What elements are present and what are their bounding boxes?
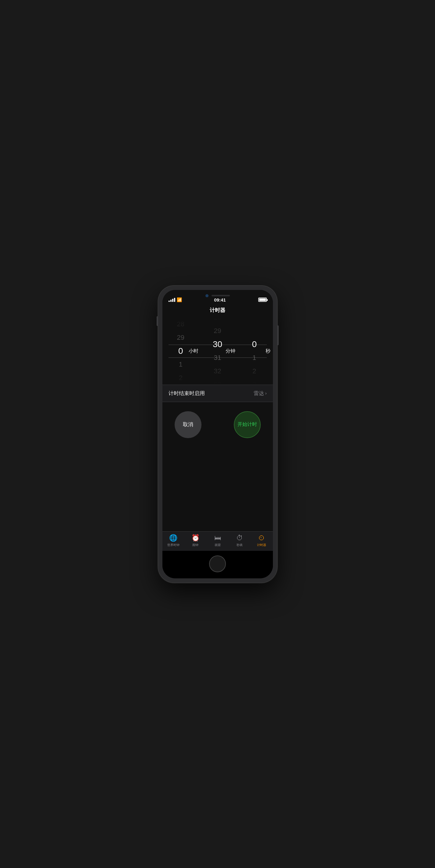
screen-content: 27 28 29 0 1 2 3 小时 28 [162, 317, 273, 531]
minutes-picker[interactable]: 28 29 30 31 32 33 分钟 [199, 317, 236, 385]
picker-item-selected: 0 [242, 338, 267, 351]
timer-end-value: 雷达 › [254, 390, 267, 397]
world-clock-icon: 🌐 [169, 534, 177, 542]
wifi-icon: 📶 [177, 297, 182, 302]
battery-icon [258, 298, 267, 302]
status-left: 📶 [168, 297, 182, 302]
alarm-label: 闹钟 [192, 543, 198, 547]
picker-container: 27 28 29 0 1 2 3 小时 28 [162, 317, 273, 385]
notch-area [162, 290, 273, 296]
speaker-grille [211, 295, 230, 297]
hours-picker[interactable]: 27 28 29 0 1 2 3 小时 [162, 317, 199, 385]
picker-item: 1 [242, 351, 267, 364]
timer-label: 计时器 [257, 543, 266, 547]
picker-item: 29 [205, 324, 230, 337]
alarm-icon: ⏰ [191, 534, 200, 542]
battery-fill [259, 299, 266, 301]
timer-end-value-text: 雷达 [254, 390, 264, 397]
chevron-right-icon: › [265, 391, 267, 396]
buttons-row: 取消 开始计时 [162, 402, 273, 447]
status-right [258, 298, 267, 302]
picker-item: 28 [205, 317, 230, 324]
timer-end-label: 计时结束时启用 [168, 390, 205, 397]
seconds-label: 秒 [266, 348, 270, 354]
sleep-icon: 🛏 [214, 534, 221, 542]
picker-line-top [168, 345, 267, 345]
start-button[interactable]: 开始计时 [234, 411, 261, 438]
phone-screen: 📶 09:41 计时器 [162, 290, 273, 578]
timer-icon: ⏲ [258, 534, 265, 542]
picker-item: 32 [205, 365, 230, 378]
hours-label: 小时 [189, 348, 198, 354]
camera-area [205, 294, 230, 297]
sleep-label: 就寝 [214, 543, 221, 547]
picker-item: 2 [242, 365, 267, 378]
start-label: 开始计时 [237, 421, 257, 428]
picker-area[interactable]: 27 28 29 0 1 2 3 小时 28 [162, 317, 273, 385]
picker-item: 2 [168, 372, 193, 384]
cancel-button[interactable]: 取消 [175, 411, 201, 438]
home-button[interactable] [209, 555, 226, 572]
tab-stopwatch[interactable]: ⏱ 秒表 [229, 534, 250, 547]
seconds-picker[interactable]: 0 1 2 3 秒 [236, 317, 273, 385]
stopwatch-label: 秒表 [237, 543, 243, 547]
picker-item: 29 [168, 331, 193, 344]
cancel-label: 取消 [183, 421, 193, 428]
content-spacer [162, 447, 273, 508]
picker-item: 3 [242, 378, 267, 385]
tab-world-clock[interactable]: 🌐 世界时钟 [162, 534, 185, 547]
tab-timer[interactable]: ⏲ 计时器 [250, 534, 273, 547]
phone-frame: 📶 09:41 计时器 [158, 286, 277, 583]
tab-bar: 🌐 世界时钟 ⏰ 闹钟 🛏 就寝 ⏱ 秒表 ⏲ 计时器 [162, 531, 273, 551]
picker-item [242, 324, 267, 337]
picker-item: 1 [168, 358, 193, 371]
picker-line-bottom [168, 358, 267, 358]
world-clock-label: 世界时钟 [167, 543, 179, 547]
tab-sleep[interactable]: 🛏 就寝 [206, 534, 228, 547]
minutes-label: 分钟 [226, 348, 235, 354]
tab-alarm[interactable]: ⏰ 闹钟 [185, 534, 206, 547]
picker-item: 28 [168, 318, 193, 331]
camera-dot [205, 294, 208, 297]
picker-item [242, 317, 267, 324]
timer-end-row[interactable]: 计时结束时启用 雷达 › [162, 385, 273, 402]
signal-icon [168, 298, 175, 302]
nav-title: 计时器 [162, 304, 273, 317]
home-button-area [162, 551, 273, 578]
picker-item: 33 [205, 378, 230, 385]
stopwatch-icon: ⏱ [236, 534, 243, 542]
status-time: 09:41 [214, 297, 226, 303]
